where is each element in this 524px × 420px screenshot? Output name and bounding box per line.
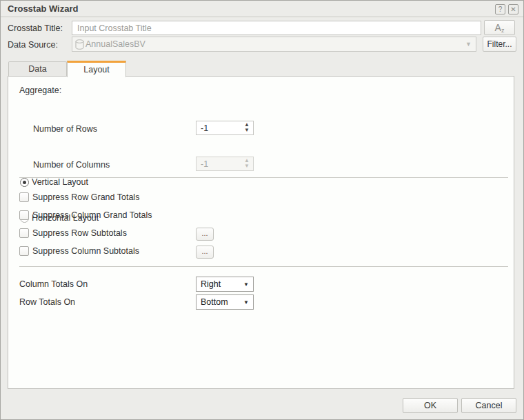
ok-button[interactable]: OK xyxy=(403,398,458,413)
row-totals-on-label: Row Totals On xyxy=(19,297,75,307)
database-icon xyxy=(75,39,84,50)
separator xyxy=(19,266,508,267)
close-icon[interactable]: ✕ xyxy=(508,4,518,14)
radio-selected-icon xyxy=(20,178,29,187)
data-source-label: Data Source: xyxy=(8,40,58,50)
crosstab-title-label: Crosstab Title: xyxy=(8,23,63,33)
crosstab-wizard-dialog: Crosstab Wizard ? ✕ Crosstab Title: Az D… xyxy=(0,0,524,420)
filter-button[interactable]: Filter... xyxy=(483,37,516,52)
number-of-columns-label: Number of Columns xyxy=(33,160,110,170)
font-icon: A xyxy=(495,22,501,33)
spinner-arrows-icon: ▲▼ xyxy=(244,158,250,169)
checkbox-icon xyxy=(19,228,29,238)
number-of-rows-label: Number of Rows xyxy=(33,124,97,134)
aggregate-label: Aggregate: xyxy=(19,86,61,95)
suppress-row-subtotals-checkbox[interactable]: Suppress Row Subtotals xyxy=(19,228,127,238)
help-icon[interactable]: ? xyxy=(495,4,505,14)
dialog-title: Crosstab Wizard xyxy=(8,3,78,14)
checkbox-icon xyxy=(19,210,29,220)
data-source-value: AnnualSalesBV xyxy=(85,39,145,49)
suppress-column-grand-totals-checkbox[interactable]: Suppress Column Grand Totals xyxy=(19,210,152,220)
suppress-column-subtotals-checkbox[interactable]: Suppress Column Subtotals xyxy=(19,246,139,256)
vertical-layout-radio[interactable]: Vertical Layout xyxy=(20,177,88,187)
layout-tab-panel: Aggregate: Vertical Layout Number of Row… xyxy=(8,76,514,389)
checkbox-icon xyxy=(19,246,29,256)
cancel-button[interactable]: Cancel xyxy=(461,398,516,413)
row-totals-on-select[interactable]: Bottom ▼ xyxy=(196,294,254,310)
separator xyxy=(19,177,508,178)
crosstab-title-input[interactable] xyxy=(72,21,481,35)
tab-data[interactable]: Data xyxy=(8,61,67,77)
number-of-columns-spinner: -1 ▲▼ xyxy=(196,157,254,171)
spinner-arrows-icon[interactable]: ▲▼ xyxy=(244,122,250,133)
chevron-down-icon: ▼ xyxy=(465,41,472,48)
row-subtotals-ellipsis-button[interactable]: ... xyxy=(196,228,214,241)
data-source-dropdown[interactable]: AnnualSalesBV ▼ xyxy=(72,37,476,52)
column-subtotals-ellipsis-button[interactable]: ... xyxy=(196,246,214,259)
suppress-row-grand-totals-checkbox[interactable]: Suppress Row Grand Totals xyxy=(19,192,139,202)
column-totals-on-label: Column Totals On xyxy=(19,279,88,289)
checkbox-icon xyxy=(19,192,29,202)
column-totals-on-select[interactable]: Right ▼ xyxy=(196,277,254,292)
font-style-button[interactable]: Az xyxy=(484,20,515,35)
number-of-rows-spinner[interactable]: -1 ▲▼ xyxy=(196,121,254,135)
chevron-down-icon: ▼ xyxy=(243,281,249,288)
dialog-titlebar: Crosstab Wizard ? ✕ xyxy=(1,1,523,17)
tab-layout[interactable]: Layout xyxy=(67,61,126,77)
chevron-down-icon: ▼ xyxy=(243,299,249,306)
